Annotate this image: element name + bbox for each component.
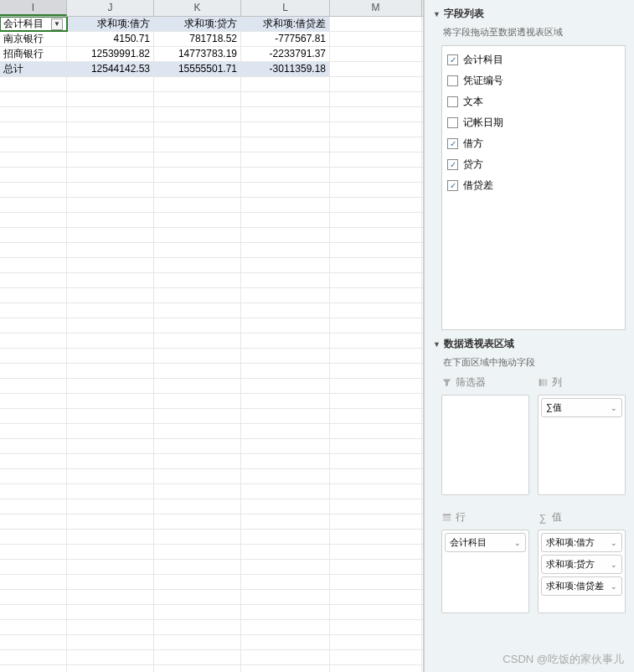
- empty-cell[interactable]: [330, 168, 422, 182]
- empty-cell[interactable]: [330, 92, 422, 106]
- empty-cell[interactable]: [67, 152, 154, 167]
- empty-cell[interactable]: [330, 77, 422, 91]
- empty-cell[interactable]: [154, 318, 241, 333]
- empty-cell[interactable]: [241, 590, 330, 604]
- area-pill[interactable]: ∑值⌄: [541, 398, 622, 417]
- empty-cell[interactable]: [0, 152, 67, 167]
- empty-cell[interactable]: [0, 168, 67, 182]
- empty-cell[interactable]: [0, 484, 67, 499]
- empty-cell[interactable]: [67, 333, 154, 348]
- empty-cell[interactable]: [241, 152, 330, 167]
- empty-cell[interactable]: [67, 409, 154, 423]
- empty-cell[interactable]: [67, 92, 154, 106]
- empty-cell[interactable]: [330, 152, 422, 167]
- empty-cell[interactable]: [0, 530, 67, 544]
- pivot-label-header[interactable]: 会计科目▼: [0, 17, 67, 31]
- chevron-down-icon[interactable]: ⌄: [611, 404, 617, 412]
- empty-cell[interactable]: [0, 394, 67, 408]
- pivot-total-cell[interactable]: 12544142.53: [67, 62, 154, 76]
- empty-cell[interactable]: [0, 454, 67, 468]
- empty-cell[interactable]: [241, 379, 330, 393]
- empty-cell[interactable]: [154, 152, 241, 167]
- empty-cell[interactable]: [0, 228, 67, 242]
- empty-cell[interactable]: [154, 183, 241, 197]
- empty-cell[interactable]: [154, 137, 241, 152]
- field-checkbox[interactable]: [447, 180, 458, 191]
- empty-cell[interactable]: [330, 333, 422, 348]
- empty-cell[interactable]: [154, 590, 241, 604]
- empty-cell[interactable]: [330, 62, 422, 76]
- empty-cell[interactable]: [0, 92, 67, 106]
- col-header-L[interactable]: L: [241, 0, 330, 16]
- empty-cell[interactable]: [241, 183, 330, 197]
- pivot-value-cell[interactable]: 14773783.19: [154, 47, 241, 61]
- empty-cell[interactable]: [330, 213, 422, 227]
- empty-cell[interactable]: [0, 198, 67, 212]
- empty-cell[interactable]: [67, 605, 154, 619]
- empty-cell[interactable]: [241, 560, 330, 574]
- pivot-col-header[interactable]: 求和项:贷方: [154, 17, 241, 31]
- empty-cell[interactable]: [241, 258, 330, 272]
- empty-cell[interactable]: [330, 605, 422, 619]
- chevron-down-icon[interactable]: ⌄: [611, 582, 617, 591]
- field-checkbox[interactable]: [447, 75, 458, 86]
- empty-cell[interactable]: [241, 575, 330, 589]
- empty-cell[interactable]: [241, 514, 330, 529]
- filter-dropzone[interactable]: [441, 395, 529, 495]
- empty-cell[interactable]: [330, 107, 422, 121]
- empty-cell[interactable]: [67, 258, 154, 272]
- empty-cell[interactable]: [67, 590, 154, 604]
- empty-cell[interactable]: [0, 575, 67, 589]
- empty-cell[interactable]: [0, 424, 67, 438]
- chevron-down-icon[interactable]: ⌄: [611, 539, 617, 547]
- field-item[interactable]: 借方: [444, 133, 623, 154]
- empty-cell[interactable]: [154, 258, 241, 272]
- pivot-value-cell[interactable]: 4150.71: [67, 32, 154, 46]
- empty-cell[interactable]: [154, 77, 241, 91]
- empty-cell[interactable]: [67, 122, 154, 137]
- col-header-I[interactable]: I: [0, 0, 67, 16]
- empty-cell[interactable]: [154, 409, 241, 423]
- pivot-value-cell[interactable]: -2233791.37: [241, 47, 330, 61]
- empty-cell[interactable]: [241, 605, 330, 619]
- empty-cell[interactable]: [330, 318, 422, 333]
- empty-cell[interactable]: [154, 288, 241, 302]
- pivot-row-label[interactable]: 南京银行: [0, 32, 67, 46]
- empty-cell[interactable]: [67, 439, 154, 453]
- areas-header[interactable]: ▼ 数据透视表区域: [433, 337, 626, 351]
- chevron-down-icon[interactable]: ⌄: [611, 561, 617, 569]
- empty-cell[interactable]: [0, 107, 67, 121]
- empty-cell[interactable]: [67, 349, 154, 363]
- empty-cell[interactable]: [67, 394, 154, 408]
- empty-cell[interactable]: [330, 530, 422, 544]
- pivot-value-cell[interactable]: 12539991.82: [67, 47, 154, 61]
- empty-cell[interactable]: [0, 333, 67, 348]
- empty-cell[interactable]: [0, 409, 67, 423]
- field-item[interactable]: 借贷差: [444, 175, 623, 196]
- empty-cell[interactable]: [154, 213, 241, 227]
- pivot-col-header[interactable]: 求和项:借方: [67, 17, 154, 31]
- empty-cell[interactable]: [67, 650, 154, 664]
- area-pill[interactable]: 求和项:借贷差⌄: [541, 576, 622, 596]
- empty-cell[interactable]: [0, 620, 67, 634]
- empty-cell[interactable]: [154, 273, 241, 287]
- pivot-value-cell[interactable]: -777567.81: [241, 32, 330, 46]
- empty-cell[interactable]: [154, 303, 241, 318]
- empty-cell[interactable]: [154, 122, 241, 137]
- empty-cell[interactable]: [330, 32, 422, 46]
- empty-cell[interactable]: [154, 243, 241, 257]
- empty-cell[interactable]: [330, 183, 422, 197]
- empty-cell[interactable]: [67, 665, 154, 672]
- empty-cell[interactable]: [67, 379, 154, 393]
- empty-cell[interactable]: [154, 92, 241, 106]
- empty-cell[interactable]: [330, 137, 422, 152]
- empty-cell[interactable]: [67, 168, 154, 182]
- empty-cell[interactable]: [330, 394, 422, 408]
- field-checkbox[interactable]: [447, 138, 458, 149]
- empty-cell[interactable]: [67, 137, 154, 152]
- empty-cell[interactable]: [241, 273, 330, 287]
- empty-cell[interactable]: [154, 605, 241, 619]
- empty-cell[interactable]: [67, 303, 154, 318]
- empty-cell[interactable]: [241, 439, 330, 453]
- empty-cell[interactable]: [241, 213, 330, 227]
